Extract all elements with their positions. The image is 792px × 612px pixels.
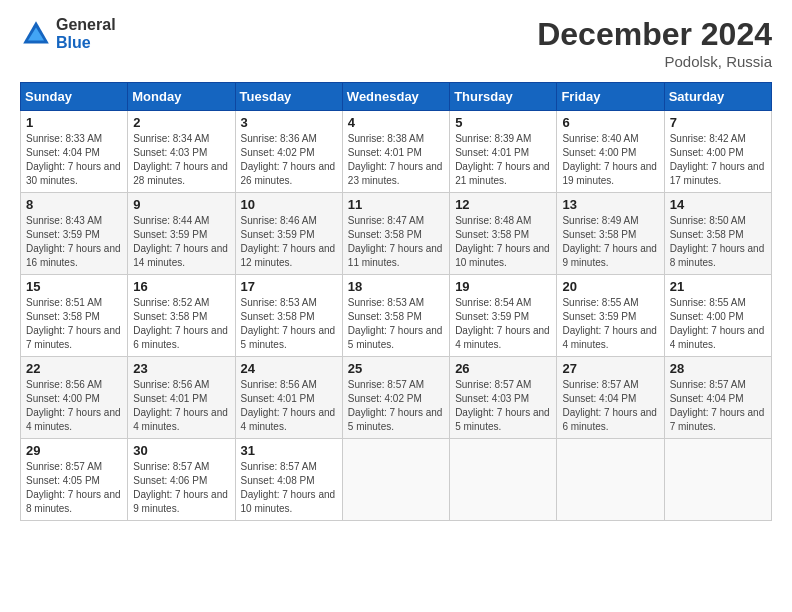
day-cell: 14Sunrise: 8:50 AMSunset: 3:58 PMDayligh…	[664, 193, 771, 275]
day-number: 10	[241, 197, 337, 212]
day-number: 13	[562, 197, 658, 212]
page: General Blue December 2024 Podolsk, Russ…	[0, 0, 792, 612]
logo-general-text: General	[56, 16, 116, 34]
day-number: 27	[562, 361, 658, 376]
header: General Blue December 2024 Podolsk, Russ…	[20, 16, 772, 70]
day-info: Sunrise: 8:57 AMSunset: 4:04 PMDaylight:…	[562, 379, 657, 432]
logo-text: General Blue	[56, 16, 116, 51]
day-cell: 24Sunrise: 8:56 AMSunset: 4:01 PMDayligh…	[235, 357, 342, 439]
day-info: Sunrise: 8:56 AMSunset: 4:01 PMDaylight:…	[133, 379, 228, 432]
day-cell: 11Sunrise: 8:47 AMSunset: 3:58 PMDayligh…	[342, 193, 449, 275]
day-cell	[342, 439, 449, 521]
day-number: 28	[670, 361, 766, 376]
day-number: 12	[455, 197, 551, 212]
day-number: 18	[348, 279, 444, 294]
week-row-5: 29Sunrise: 8:57 AMSunset: 4:05 PMDayligh…	[21, 439, 772, 521]
day-info: Sunrise: 8:39 AMSunset: 4:01 PMDaylight:…	[455, 133, 550, 186]
day-number: 7	[670, 115, 766, 130]
day-cell: 22Sunrise: 8:56 AMSunset: 4:00 PMDayligh…	[21, 357, 128, 439]
col-saturday: Saturday	[664, 83, 771, 111]
col-sunday: Sunday	[21, 83, 128, 111]
day-info: Sunrise: 8:44 AMSunset: 3:59 PMDaylight:…	[133, 215, 228, 268]
week-row-3: 15Sunrise: 8:51 AMSunset: 3:58 PMDayligh…	[21, 275, 772, 357]
day-cell	[557, 439, 664, 521]
day-cell: 3Sunrise: 8:36 AMSunset: 4:02 PMDaylight…	[235, 111, 342, 193]
day-info: Sunrise: 8:33 AMSunset: 4:04 PMDaylight:…	[26, 133, 121, 186]
day-number: 26	[455, 361, 551, 376]
day-cell: 7Sunrise: 8:42 AMSunset: 4:00 PMDaylight…	[664, 111, 771, 193]
col-wednesday: Wednesday	[342, 83, 449, 111]
day-number: 29	[26, 443, 122, 458]
week-row-1: 1Sunrise: 8:33 AMSunset: 4:04 PMDaylight…	[21, 111, 772, 193]
day-cell: 23Sunrise: 8:56 AMSunset: 4:01 PMDayligh…	[128, 357, 235, 439]
day-cell: 31Sunrise: 8:57 AMSunset: 4:08 PMDayligh…	[235, 439, 342, 521]
day-info: Sunrise: 8:51 AMSunset: 3:58 PMDaylight:…	[26, 297, 121, 350]
day-info: Sunrise: 8:46 AMSunset: 3:59 PMDaylight:…	[241, 215, 336, 268]
day-number: 19	[455, 279, 551, 294]
day-number: 8	[26, 197, 122, 212]
day-cell: 15Sunrise: 8:51 AMSunset: 3:58 PMDayligh…	[21, 275, 128, 357]
day-cell: 9Sunrise: 8:44 AMSunset: 3:59 PMDaylight…	[128, 193, 235, 275]
day-info: Sunrise: 8:57 AMSunset: 4:02 PMDaylight:…	[348, 379, 443, 432]
day-number: 1	[26, 115, 122, 130]
day-number: 31	[241, 443, 337, 458]
day-info: Sunrise: 8:57 AMSunset: 4:03 PMDaylight:…	[455, 379, 550, 432]
day-cell: 6Sunrise: 8:40 AMSunset: 4:00 PMDaylight…	[557, 111, 664, 193]
calendar-subtitle: Podolsk, Russia	[537, 53, 772, 70]
title-block: December 2024 Podolsk, Russia	[537, 16, 772, 70]
header-row: Sunday Monday Tuesday Wednesday Thursday…	[21, 83, 772, 111]
day-info: Sunrise: 8:55 AMSunset: 3:59 PMDaylight:…	[562, 297, 657, 350]
day-info: Sunrise: 8:40 AMSunset: 4:00 PMDaylight:…	[562, 133, 657, 186]
day-cell: 21Sunrise: 8:55 AMSunset: 4:00 PMDayligh…	[664, 275, 771, 357]
calendar-table: Sunday Monday Tuesday Wednesday Thursday…	[20, 82, 772, 521]
day-info: Sunrise: 8:48 AMSunset: 3:58 PMDaylight:…	[455, 215, 550, 268]
day-info: Sunrise: 8:56 AMSunset: 4:00 PMDaylight:…	[26, 379, 121, 432]
day-number: 6	[562, 115, 658, 130]
day-cell: 18Sunrise: 8:53 AMSunset: 3:58 PMDayligh…	[342, 275, 449, 357]
day-cell: 13Sunrise: 8:49 AMSunset: 3:58 PMDayligh…	[557, 193, 664, 275]
col-tuesday: Tuesday	[235, 83, 342, 111]
day-info: Sunrise: 8:47 AMSunset: 3:58 PMDaylight:…	[348, 215, 443, 268]
day-info: Sunrise: 8:49 AMSunset: 3:58 PMDaylight:…	[562, 215, 657, 268]
day-cell: 2Sunrise: 8:34 AMSunset: 4:03 PMDaylight…	[128, 111, 235, 193]
day-cell: 19Sunrise: 8:54 AMSunset: 3:59 PMDayligh…	[450, 275, 557, 357]
day-number: 16	[133, 279, 229, 294]
day-info: Sunrise: 8:38 AMSunset: 4:01 PMDaylight:…	[348, 133, 443, 186]
day-cell: 27Sunrise: 8:57 AMSunset: 4:04 PMDayligh…	[557, 357, 664, 439]
day-cell: 26Sunrise: 8:57 AMSunset: 4:03 PMDayligh…	[450, 357, 557, 439]
col-thursday: Thursday	[450, 83, 557, 111]
day-cell: 16Sunrise: 8:52 AMSunset: 3:58 PMDayligh…	[128, 275, 235, 357]
day-number: 23	[133, 361, 229, 376]
day-cell: 25Sunrise: 8:57 AMSunset: 4:02 PMDayligh…	[342, 357, 449, 439]
col-monday: Monday	[128, 83, 235, 111]
day-cell: 10Sunrise: 8:46 AMSunset: 3:59 PMDayligh…	[235, 193, 342, 275]
day-number: 20	[562, 279, 658, 294]
day-number: 4	[348, 115, 444, 130]
day-info: Sunrise: 8:55 AMSunset: 4:00 PMDaylight:…	[670, 297, 765, 350]
day-cell: 8Sunrise: 8:43 AMSunset: 3:59 PMDaylight…	[21, 193, 128, 275]
day-cell: 4Sunrise: 8:38 AMSunset: 4:01 PMDaylight…	[342, 111, 449, 193]
logo-icon	[20, 18, 52, 50]
col-friday: Friday	[557, 83, 664, 111]
day-info: Sunrise: 8:54 AMSunset: 3:59 PMDaylight:…	[455, 297, 550, 350]
day-cell: 5Sunrise: 8:39 AMSunset: 4:01 PMDaylight…	[450, 111, 557, 193]
day-number: 25	[348, 361, 444, 376]
day-cell: 17Sunrise: 8:53 AMSunset: 3:58 PMDayligh…	[235, 275, 342, 357]
day-number: 15	[26, 279, 122, 294]
day-cell: 1Sunrise: 8:33 AMSunset: 4:04 PMDaylight…	[21, 111, 128, 193]
logo-blue-text: Blue	[56, 34, 116, 52]
day-number: 2	[133, 115, 229, 130]
week-row-2: 8Sunrise: 8:43 AMSunset: 3:59 PMDaylight…	[21, 193, 772, 275]
day-info: Sunrise: 8:34 AMSunset: 4:03 PMDaylight:…	[133, 133, 228, 186]
day-number: 9	[133, 197, 229, 212]
day-number: 24	[241, 361, 337, 376]
day-number: 21	[670, 279, 766, 294]
logo: General Blue	[20, 16, 116, 51]
day-info: Sunrise: 8:36 AMSunset: 4:02 PMDaylight:…	[241, 133, 336, 186]
day-number: 3	[241, 115, 337, 130]
day-cell: 30Sunrise: 8:57 AMSunset: 4:06 PMDayligh…	[128, 439, 235, 521]
day-cell: 28Sunrise: 8:57 AMSunset: 4:04 PMDayligh…	[664, 357, 771, 439]
day-number: 14	[670, 197, 766, 212]
day-info: Sunrise: 8:57 AMSunset: 4:06 PMDaylight:…	[133, 461, 228, 514]
day-info: Sunrise: 8:50 AMSunset: 3:58 PMDaylight:…	[670, 215, 765, 268]
